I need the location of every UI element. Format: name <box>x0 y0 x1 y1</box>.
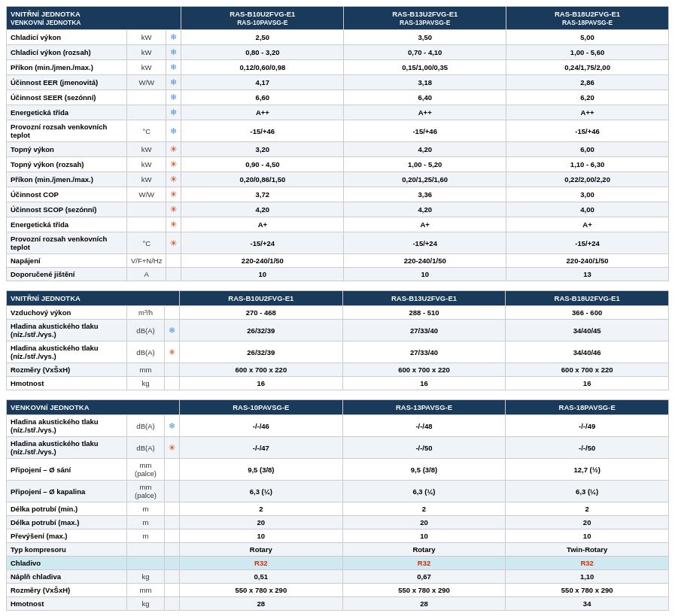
row-value: 550 x 780 x 290 <box>342 584 506 597</box>
row-icon <box>165 597 180 611</box>
section3-table: VENKOVNÍ JEDNOTKA RAS-10PAVSG-E RAS-13PA… <box>6 399 669 611</box>
row-unit: dB(A) <box>127 320 165 341</box>
row-unit: kW <box>127 142 166 157</box>
row-icon: ❄ <box>165 320 180 341</box>
row-unit: kW <box>127 60 166 75</box>
row-value: 6,3 (¼) <box>342 481 506 502</box>
row-label: Vzduchový výkon <box>7 306 127 320</box>
row-unit <box>127 105 166 120</box>
row-value: A+ <box>344 217 506 232</box>
flame-icon: ✳ <box>170 174 177 184</box>
row-unit: kg <box>127 377 165 390</box>
table-row: Rozměry (VxŠxH)mm550 x 780 x 290550 x 78… <box>7 584 669 597</box>
row-value: 4,17 <box>181 75 344 90</box>
row-value: 16 <box>506 377 669 390</box>
row-icon <box>165 530 180 543</box>
row-value: A++ <box>344 105 506 120</box>
row-icon <box>166 268 181 281</box>
row-label: Topný výkon <box>7 142 127 157</box>
snowflake-icon: ❄ <box>170 47 177 56</box>
row-value: A++ <box>506 105 669 120</box>
row-icon: ✳ <box>166 172 181 187</box>
table-row: Účinnost COPW/W✳3,723,363,00 <box>7 187 669 202</box>
table-row: Délka potrubí (max.)m202020 <box>7 516 669 530</box>
row-value: R32 <box>342 557 506 570</box>
row-label: Příkon (min./jmen./max.) <box>7 60 127 75</box>
row-icon <box>165 570 180 584</box>
flame-icon: ✳ <box>170 159 177 168</box>
row-icon <box>165 557 180 570</box>
row-icon: ❄ <box>166 120 181 142</box>
s3-col2-header: RAS-13PAVSG-E <box>342 400 506 415</box>
row-icon: ❄ <box>166 105 181 120</box>
row-unit: mm (palce) <box>127 481 165 502</box>
row-value: 6,3 (¼) <box>506 481 669 502</box>
row-value: 34/40/46 <box>506 341 669 363</box>
row-value: A+ <box>181 217 344 232</box>
row-label: Hladina akustického tlaku (níz./stř./vys… <box>7 320 127 341</box>
row-unit: kW <box>127 172 166 187</box>
col2-header: RAS-B13U2FVG-E1 RAS-13PAVSG-E <box>344 7 506 30</box>
row-value: 0,15/1,00/0,35 <box>344 60 506 75</box>
row-value: 34/40/45 <box>506 320 669 341</box>
row-value: 6,3 (¼) <box>180 481 343 502</box>
row-value: -/-/46 <box>180 415 343 437</box>
row-value: 20 <box>180 516 343 530</box>
row-value: 5,00 <box>506 30 669 45</box>
row-value: 600 x 700 x 220 <box>506 363 669 377</box>
table-row: Chladicí výkon (rozsah)kW❄0,80 - 3,200,7… <box>7 45 669 60</box>
row-value: 10 <box>506 530 669 543</box>
section1-title-text: VNITŘNÍ JEDNOTKA <box>11 10 81 18</box>
row-label: Chladicí výkon <box>7 30 127 45</box>
row-value: 0,51 <box>180 570 343 584</box>
row-unit: kW <box>127 45 166 60</box>
row-value: Twin-Rotary <box>506 543 669 557</box>
row-value: 0,67 <box>342 570 506 584</box>
table-row: Hladina akustického tlaku (níz./stř./vys… <box>7 341 669 363</box>
table-row: Náplň chladivakg0,510,671,10 <box>7 570 669 584</box>
row-value: 10 <box>181 268 344 281</box>
row-value: 34 <box>506 597 669 611</box>
row-unit: m <box>127 502 165 516</box>
table-row: Hladina akustického tlaku (níz./stř./vys… <box>7 320 669 341</box>
row-value: 220-240/1/50 <box>344 254 506 268</box>
row-label: Hmotnost <box>7 377 127 390</box>
row-unit: mm (palce) <box>127 459 165 481</box>
row-value: 13 <box>506 268 669 281</box>
section1-title: VNITŘNÍ JEDNOTKA VENKOVNÍ JEDNOTKA <box>7 7 181 30</box>
table-row: Energetická třída❄A++A++A++ <box>7 105 669 120</box>
row-value: -15/+24 <box>506 232 669 254</box>
row-unit: kg <box>127 570 165 584</box>
row-value: 270 - 468 <box>180 306 343 320</box>
row-icon <box>165 363 180 377</box>
row-unit <box>127 202 166 217</box>
row-label: Hladina akustického tlaku (níz./stř./vys… <box>7 415 127 437</box>
row-icon: ✳ <box>166 217 181 232</box>
row-label: Převýšení (max.) <box>7 530 127 543</box>
flame-icon: ✳ <box>170 205 177 214</box>
snowflake-icon: ❄ <box>169 326 175 335</box>
table-row: Rozměry (VxŠxH)mm600 x 700 x 220600 x 70… <box>7 363 669 377</box>
row-value: Rotary <box>180 543 343 557</box>
snowflake-icon: ❄ <box>170 108 177 117</box>
row-label: Délka potrubí (max.) <box>7 516 127 530</box>
row-value: 4,00 <box>506 202 669 217</box>
row-value: 6,60 <box>181 90 344 105</box>
row-value: 3,36 <box>344 187 506 202</box>
row-unit: dB(A) <box>127 341 165 363</box>
row-value: -/-/49 <box>506 415 669 437</box>
row-unit: W/W <box>127 187 166 202</box>
row-value: 366 - 600 <box>506 306 669 320</box>
s2-col2-header: RAS-B13U2FVG-E1 <box>342 291 506 306</box>
section3-title-text: VENKOVNÍ JEDNOTKA <box>11 403 90 411</box>
row-value: 550 x 780 x 290 <box>180 584 343 597</box>
row-unit: W/W <box>127 75 166 90</box>
row-label: Účinnost SEER (sezónní) <box>7 90 127 105</box>
row-unit: °C <box>127 120 166 142</box>
row-icon <box>165 584 180 597</box>
row-unit: m <box>127 530 165 543</box>
flame-icon: ✳ <box>169 347 175 357</box>
row-label: Typ kompresoru <box>7 543 127 557</box>
row-value: 4,20 <box>344 142 506 157</box>
row-label: Účinnost EER (jmenovitá) <box>7 75 127 90</box>
